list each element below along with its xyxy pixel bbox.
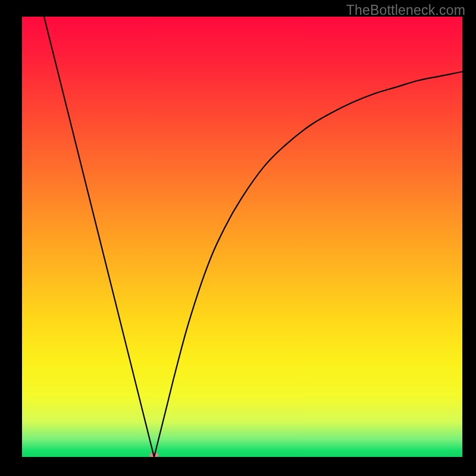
bottleneck-curve — [22, 17, 462, 457]
plot-area — [22, 17, 462, 457]
watermark-text: TheBottleneck.com — [346, 2, 465, 18]
curve-path — [44, 17, 462, 457]
chart-frame: TheBottleneck.com — [0, 0, 476, 476]
